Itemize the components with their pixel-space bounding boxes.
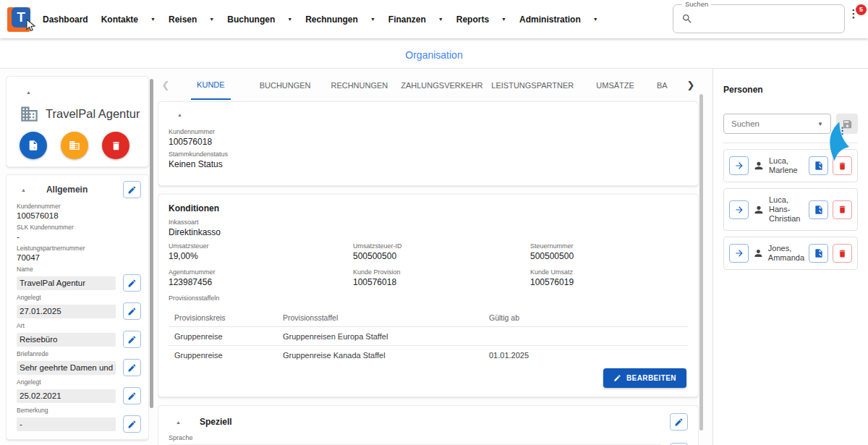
tabs-scroll-left-icon[interactable]: ❮	[158, 80, 174, 90]
kunde-main-panel: ❮ KUNDE BUCHUNGEN RECHNUNGEN ZAHLUNGSVER…	[158, 69, 699, 445]
person-document-button[interactable]	[809, 156, 828, 175]
trash-icon	[838, 161, 847, 171]
chevron-down-icon: ▼	[817, 121, 823, 127]
collapse-icon[interactable]: ▲	[177, 112, 688, 117]
menu-item-administration[interactable]: Administration▼	[513, 14, 605, 25]
konditionen-card: Konditionen Inkassoart Direktinkasso Ums…	[158, 194, 699, 397]
name-field[interactable]: TravelPal Agentur	[17, 276, 116, 290]
main-scrollbar[interactable]	[699, 94, 703, 431]
menu-item-finanzen[interactable]: Finanzen▼	[382, 14, 450, 25]
tab-leistungspartner[interactable]: LEISTUNGSPARTNER	[487, 69, 578, 101]
menu-item-dashboard[interactable]: Dashboard	[36, 14, 95, 25]
export-document-button[interactable]	[20, 132, 47, 159]
briefanrede-field[interactable]: Sehr geehrte Damen und Herren	[17, 361, 116, 375]
page-title-bar: Organisation	[0, 38, 868, 69]
content-area: ▲ TravelPal Agentur	[0, 69, 868, 445]
field-name: Name TravelPal Agentur	[7, 266, 148, 292]
sidebar-scrollbar[interactable]	[150, 79, 153, 408]
trash-icon	[111, 140, 122, 151]
person-name: Luca, Marlene	[769, 156, 804, 175]
edit-allgemein-button[interactable]	[123, 181, 141, 198]
trash-icon	[838, 249, 847, 258]
collapse-icon[interactable]: ▲	[21, 187, 26, 192]
tab-clipped[interactable]: BA	[652, 69, 683, 101]
bearbeiten-button[interactable]: BEARBEITEN	[603, 368, 686, 388]
chevron-down-icon: ▼	[501, 17, 506, 22]
chevron-down-icon: ▼	[287, 17, 292, 22]
provisionsstaffeln-table: Provisionskreis Provisionsstaffel Gültig…	[169, 308, 688, 364]
person-document-button[interactable]	[809, 244, 828, 263]
open-person-button[interactable]	[729, 244, 749, 263]
mouse-cursor	[26, 19, 35, 32]
bemerkung-field[interactable]: -	[17, 418, 116, 431]
topbar: T Dashboard Kontakte▼ Reisen▼ Buchungen▼…	[0, 0, 868, 38]
kebab-menu-button[interactable]: ⋮ 5	[846, 10, 861, 29]
angelegt2-field[interactable]: 25.02.2021	[17, 389, 116, 403]
global-search-input[interactable]: Suchen	[673, 4, 845, 33]
collapse-icon[interactable]: ▲	[176, 420, 181, 425]
menu-item-kontakte[interactable]: Kontakte▼	[95, 14, 162, 25]
angelegt-field[interactable]: 27.01.2025	[17, 305, 116, 318]
delete-person-button[interactable]	[833, 244, 852, 263]
organisation-name: TravelPal Agentur	[46, 107, 140, 121]
collapse-icon[interactable]: ▲	[26, 90, 31, 95]
tab-kunde[interactable]: KUNDE	[174, 69, 248, 101]
field-briefanrede: Briefanrede Sehr geehrte Damen und Herre…	[7, 350, 148, 376]
edit-angelegt-button[interactable]	[123, 302, 141, 320]
menu-item-rechnungen[interactable]: Rechnungen▼	[299, 14, 382, 25]
organisation-button[interactable]	[61, 132, 88, 159]
personen-search-select[interactable]: Suchen ▼	[723, 114, 831, 134]
menu-item-buchungen[interactable]: Buchungen▼	[221, 14, 299, 25]
tabs-scroll-right-icon[interactable]: ❯	[683, 80, 699, 90]
pencil-icon	[127, 279, 137, 288]
tab-rechnungen[interactable]: RECHNUNGEN	[323, 69, 397, 101]
tab-zahlungsverkehr[interactable]: ZAHLUNGSVERKEHR	[396, 69, 487, 101]
edit-angelegt2-button[interactable]	[123, 387, 141, 404]
notification-badge: 5	[856, 4, 867, 15]
arrow-forward-icon	[734, 248, 744, 258]
speziell-card: ▲ Speziell Sprache de Währung €	[158, 405, 699, 445]
chevron-down-icon: ▼	[150, 17, 156, 22]
kunde-status-card: ▲ Kundennummer 100576018 Stammkundenstat…	[158, 101, 699, 186]
document-export-icon	[814, 205, 824, 215]
menu-item-reports[interactable]: Reports▼	[450, 14, 513, 25]
personen-title: Personen	[723, 85, 858, 95]
edit-art-button[interactable]	[123, 331, 141, 348]
section-title: Speziell	[200, 417, 232, 427]
edit-name-button[interactable]	[123, 274, 141, 292]
open-person-button[interactable]	[729, 156, 749, 175]
delete-organisation-button[interactable]	[102, 132, 129, 159]
building-small-icon	[69, 140, 80, 151]
search-label: Suchen	[682, 0, 711, 8]
menu-item-reisen[interactable]: Reisen▼	[162, 14, 221, 25]
organisation-sidebar: ▲ TravelPal Agentur	[6, 76, 149, 445]
edit-bemerkung-button[interactable]	[123, 415, 141, 433]
arrow-forward-icon	[734, 205, 744, 215]
pencil-icon	[127, 391, 137, 401]
person-document-button[interactable]	[809, 200, 828, 219]
tab-buchungen[interactable]: BUCHUNGEN	[248, 69, 323, 101]
delete-person-button[interactable]	[833, 156, 852, 175]
table-row[interactable]: Gruppenreise Gruppenreise Kanada Staffel…	[169, 345, 688, 364]
open-person-button[interactable]	[729, 200, 749, 219]
edit-speziell-button[interactable]	[670, 413, 688, 431]
person-row: Luca, Marlene	[723, 149, 858, 182]
person-icon	[753, 247, 764, 259]
main-menu: Dashboard Kontakte▼ Reisen▼ Buchungen▼ R…	[36, 14, 605, 25]
delete-person-button[interactable]	[833, 200, 852, 219]
konditionen-grid: Umsatzsteuer19,00% Umsatzsteuer-ID500500…	[169, 242, 688, 290]
building-icon	[20, 104, 39, 124]
field-sprache: Sprache de	[169, 433, 688, 445]
tab-umsaetze[interactable]: UMSÄTZE	[578, 69, 652, 101]
field-angelegt-1: Angelegt 27.01.2025	[7, 294, 148, 320]
person-name: Jones, Ammanda	[768, 244, 804, 263]
edit-briefanrede-button[interactable]	[123, 359, 141, 376]
kebab-dots-icon: ⋮	[838, 128, 847, 134]
grid-cell: Kunde Umsatz100576019	[530, 268, 688, 290]
pencil-icon	[613, 374, 621, 382]
table-header-row: Provisionskreis Provisionsstaffel Gültig…	[169, 308, 688, 326]
page-title: Organisation	[0, 49, 868, 61]
art-field[interactable]: Reisebüro	[17, 333, 116, 347]
field-kundennummer: Kundennummer 100576018	[7, 203, 148, 221]
table-row[interactable]: Gruppenreise Gruppenreisen Europa Staffe…	[169, 326, 688, 345]
